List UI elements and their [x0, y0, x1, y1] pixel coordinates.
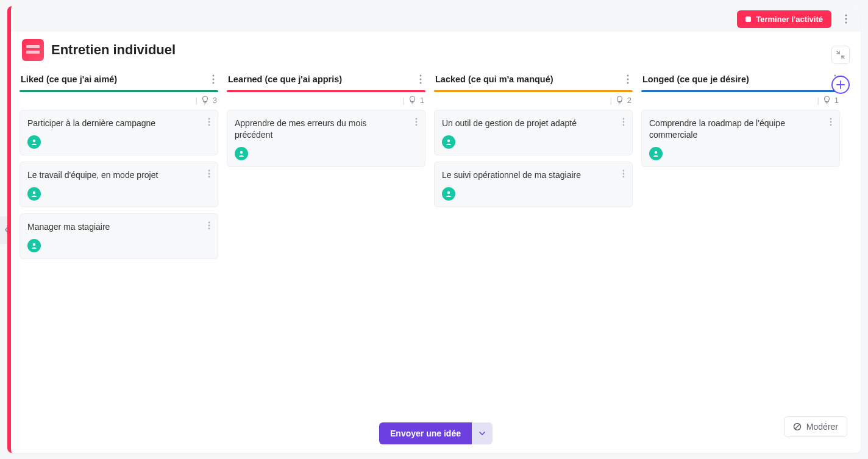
caret-down-icon [479, 432, 485, 435]
svg-point-22 [416, 121, 418, 123]
card-more-button[interactable] [205, 219, 213, 232]
lightbulb-icon [408, 96, 416, 105]
card-more-button[interactable] [205, 167, 213, 180]
avatar-icon [30, 138, 38, 146]
avatar [27, 239, 41, 252]
avatar-icon [30, 190, 38, 197]
svg-point-0 [845, 14, 847, 16]
more-vertical-icon [419, 74, 422, 84]
svg-point-34 [623, 176, 625, 177]
card-more-button[interactable] [620, 115, 627, 129]
svg-point-24 [240, 151, 243, 154]
svg-point-17 [33, 243, 35, 245]
moderate-label: Modérer [806, 422, 838, 432]
column-title: Longed (ce que je désire) [642, 74, 749, 84]
card[interactable]: Participer à la dernière campagne [20, 110, 218, 155]
more-vertical-icon [830, 118, 832, 126]
svg-point-30 [623, 124, 625, 126]
more-vertical-icon [415, 118, 418, 126]
send-idea-button[interactable]: Envoyer une idée [379, 422, 472, 444]
send-idea-dropdown-button[interactable] [472, 422, 493, 444]
svg-point-39 [830, 118, 832, 120]
more-vertical-icon [622, 169, 625, 178]
svg-point-33 [623, 173, 625, 174]
avatar [649, 147, 663, 160]
avatar [27, 187, 41, 201]
svg-point-9 [33, 140, 35, 142]
column-learned: Learned (ce que j'ai appris) | 1 Apprend… [227, 69, 425, 167]
column-lacked: Lacked (ce qui m'a manqué) | 2 Un outil … [434, 69, 633, 207]
plus-icon [836, 80, 845, 89]
svg-point-6 [208, 118, 210, 120]
avatar [235, 147, 248, 160]
svg-point-10 [208, 169, 210, 171]
svg-point-5 [213, 82, 215, 84]
column-longed: Longed (ce que je désire) | 1 Comprendre… [641, 69, 840, 167]
stop-icon [745, 16, 751, 22]
column-count: 3 [213, 96, 217, 105]
column-more-button[interactable] [624, 72, 631, 87]
card[interactable]: Un outil de gestion de projet adapté [434, 110, 633, 155]
finish-activity-label: Terminer l'activité [756, 15, 823, 24]
card[interactable]: Apprendre de mes erreurs du mois précéde… [227, 110, 425, 167]
column-meta: | 2 [434, 94, 633, 110]
top-bar: Terminer l'activité [11, 6, 861, 32]
lightbulb-icon [616, 96, 624, 105]
topbar-more-button[interactable] [838, 10, 855, 27]
moderate-button[interactable]: Modérer [784, 416, 847, 437]
svg-point-25 [627, 75, 629, 77]
svg-point-2 [845, 21, 847, 23]
card[interactable]: Le suivi opérationnel de ma stagiaire [434, 162, 633, 207]
avatar-icon [445, 190, 452, 197]
activity-icon [22, 39, 44, 61]
svg-point-14 [208, 221, 210, 223]
send-idea-label: Envoyer une idée [390, 429, 461, 438]
column-title: Lacked (ce qui m'a manqué) [435, 74, 553, 84]
card-text: Un outil de gestion de projet adapté [442, 118, 625, 129]
activity-panel: Terminer l'activité Entretien individuel [7, 6, 861, 453]
column-title: Liked (ce que j'ai aimé) [21, 74, 117, 84]
svg-point-15 [208, 224, 210, 226]
board: Liked (ce que j'ai aimé) | 3 Participer … [11, 69, 861, 453]
svg-point-26 [627, 79, 629, 80]
card-more-button[interactable] [827, 115, 834, 129]
column-accent [20, 90, 218, 92]
more-vertical-icon [622, 118, 625, 126]
column-meta: | 1 [227, 94, 425, 110]
avatar-icon [445, 138, 452, 146]
svg-point-12 [208, 176, 210, 177]
avatar-icon [30, 242, 38, 249]
svg-point-31 [447, 140, 450, 142]
card[interactable]: Manager ma stagiaire [20, 213, 218, 259]
svg-point-32 [623, 169, 625, 171]
card-more-button[interactable] [205, 115, 213, 129]
column-more-button[interactable] [210, 72, 217, 87]
more-vertical-icon [627, 74, 629, 84]
collapse-button[interactable] [831, 46, 850, 64]
svg-point-40 [830, 121, 832, 123]
column-more-button[interactable] [417, 72, 424, 87]
lightbulb-icon [823, 96, 831, 105]
svg-point-28 [623, 118, 625, 120]
avatar-icon [238, 150, 245, 157]
svg-point-3 [213, 75, 215, 77]
more-vertical-icon [208, 221, 210, 230]
card[interactable]: Comprendre la roadmap de l'équipe commer… [641, 110, 840, 167]
card-text: Participer à la dernière campagne [27, 118, 210, 129]
compress-icon [836, 51, 845, 59]
column-meta: | 1 [641, 94, 840, 110]
column-meta: | 3 [20, 94, 218, 110]
finish-activity-button[interactable]: Terminer l'activité [737, 10, 831, 28]
svg-point-4 [213, 79, 215, 80]
add-column-button[interactable] [831, 76, 850, 94]
ban-icon [793, 422, 802, 431]
column-count: 1 [420, 96, 424, 105]
card[interactable]: Le travail d'équipe, en mode projet [20, 162, 218, 207]
svg-point-21 [416, 118, 418, 120]
avatar [442, 135, 455, 149]
card-more-button[interactable] [413, 115, 420, 129]
column-accent [227, 90, 425, 92]
svg-point-29 [623, 121, 625, 123]
card-more-button[interactable] [620, 167, 627, 180]
card-text: Le travail d'équipe, en mode projet [27, 169, 210, 181]
